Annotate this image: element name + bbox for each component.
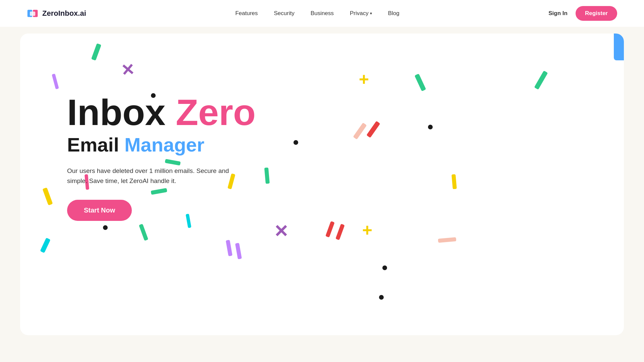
nav-features[interactable]: Features bbox=[235, 10, 258, 16]
deco-red-slash-lower2 bbox=[335, 224, 345, 240]
dot-center bbox=[293, 140, 298, 145]
nav-links: Features Security Business Privacy ▾ Blo… bbox=[235, 10, 399, 17]
nav-security[interactable]: Security bbox=[274, 10, 294, 16]
nav-blog[interactable]: Blog bbox=[388, 10, 399, 16]
logo[interactable]: ZeroInbox.ai bbox=[27, 7, 86, 19]
logo-icon bbox=[27, 7, 39, 19]
dot-bottom-right bbox=[382, 265, 387, 270]
start-now-button[interactable]: Start Now bbox=[67, 200, 132, 221]
deco-yellow-plus-top: + bbox=[359, 70, 369, 88]
svg-rect-2 bbox=[30, 12, 35, 16]
chevron-down-icon: ▾ bbox=[370, 11, 372, 16]
dot-mid-right bbox=[428, 125, 433, 129]
hero-description: Our users have deleted over 1 million em… bbox=[67, 166, 241, 186]
deco-purple-bottom bbox=[226, 240, 232, 256]
hero-content: Inbox Zero Email Manager Our users have … bbox=[67, 94, 256, 221]
dot-bottom-center bbox=[379, 295, 384, 300]
hero-title: Inbox Zero bbox=[67, 94, 256, 131]
deco-teal-slash-mid bbox=[264, 168, 270, 184]
register-button[interactable]: Register bbox=[576, 6, 617, 21]
deco-yellow-left bbox=[43, 187, 53, 205]
nav-privacy[interactable]: Privacy ▾ bbox=[350, 10, 372, 17]
top-right-accent bbox=[614, 34, 624, 60]
deco-green-slash-tr2 bbox=[534, 70, 548, 89]
deco-green-slash-lower bbox=[139, 224, 148, 241]
deco-yellow-lower-right bbox=[451, 174, 457, 189]
logo-text: ZeroInbox.ai bbox=[42, 9, 86, 18]
hero-subtitle: Email Manager bbox=[67, 133, 256, 156]
deco-yellow-plus-lower: + bbox=[362, 221, 372, 239]
deco-purple-x: ✕ bbox=[120, 60, 135, 79]
deco-green-slash-top bbox=[91, 43, 101, 61]
deco-purple-x-lower: ✕ bbox=[274, 221, 288, 241]
navbar: ZeroInbox.ai Features Security Business … bbox=[0, 0, 644, 27]
deco-peach-bottom bbox=[438, 237, 457, 243]
nav-business[interactable]: Business bbox=[311, 10, 334, 16]
hero-section: ✕ + ✕ + bbox=[20, 34, 624, 335]
sign-in-button[interactable]: Sign In bbox=[548, 10, 568, 17]
deco-peach-slash bbox=[353, 123, 367, 140]
deco-red-slash bbox=[366, 121, 380, 138]
deco-cyan-left bbox=[40, 238, 50, 253]
nav-actions: Sign In Register bbox=[548, 6, 617, 21]
deco-purple-left bbox=[52, 73, 59, 89]
deco-red-slash-lower bbox=[325, 221, 335, 237]
dot-lower bbox=[103, 225, 108, 230]
deco-purple-bottom2 bbox=[235, 243, 242, 259]
deco-green-slash-tr bbox=[415, 73, 426, 91]
